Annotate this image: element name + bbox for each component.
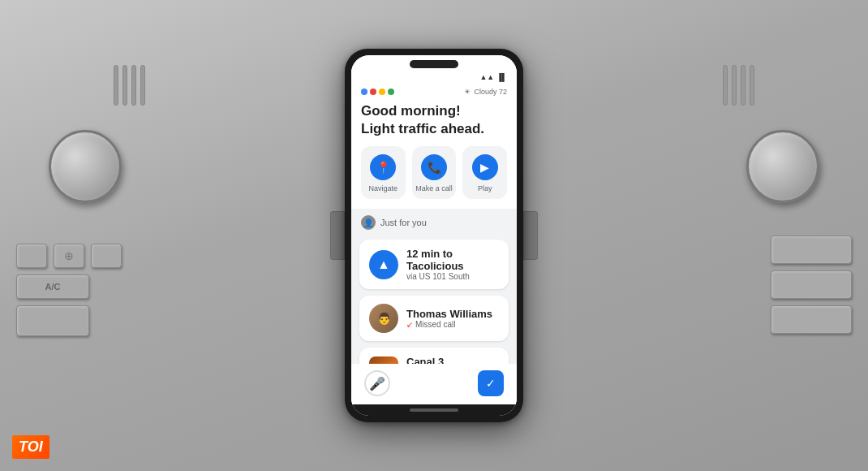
contact-avatar: 👨 (369, 304, 398, 333)
dot-red (370, 89, 376, 95)
status-bar: ▲▲ ▐▌ (351, 70, 517, 83)
phone-mount: ▲▲ ▐▌ ☀ Cloudy 72 (345, 49, 523, 422)
play-icon: ▶ (472, 154, 498, 180)
defrost-button[interactable] (16, 305, 89, 336)
left-dashboard-controls: ⊕ A/C (16, 244, 122, 336)
dot-green (388, 89, 394, 95)
contact-card[interactable]: 👨 Thomas Williams ↙ Missed call (359, 296, 509, 341)
weather-text: Cloudy 72 (474, 88, 507, 96)
mount-arm-left (330, 211, 345, 260)
action-buttons-row: 📍 Navigate 📞 Make a call ▶ Play (351, 146, 517, 209)
battery-icon: ▐▌ (496, 73, 507, 81)
assistant-bottom-bar: 🎤 ✓ (351, 364, 517, 404)
nav-card-subtitle: via US 101 South (406, 272, 499, 281)
phone-device: ▲▲ ▐▌ ☀ Cloudy 72 (345, 49, 523, 422)
right-ctrl-1[interactable] (771, 236, 852, 264)
phone-screen: ▲▲ ▐▌ ☀ Cloudy 72 (351, 70, 517, 404)
play-button[interactable]: ▶ Play (462, 146, 507, 199)
ac-button[interactable]: A/C (16, 274, 89, 299)
greeting-section: Good morning! Light traffic ahead. (351, 99, 517, 146)
user-avatar-small: 👤 (361, 215, 376, 230)
just-for-you-header: 👤 Just for you (359, 215, 509, 233)
navigation-card[interactable]: ▲ 12 min to Tacolicious via US 101 South (359, 240, 509, 289)
phone-icon: 📞 (421, 154, 447, 180)
fan-down-button[interactable] (16, 244, 47, 268)
dot-blue (361, 89, 367, 95)
dot-yellow (379, 89, 385, 95)
right-ctrl-3[interactable] (771, 305, 852, 334)
fan-up-button[interactable] (91, 244, 122, 268)
confirm-button[interactable]: ✓ (478, 370, 504, 396)
music-thumbnail (369, 356, 398, 364)
toi-watermark: TOI (12, 435, 49, 459)
phone-notch (351, 55, 517, 70)
missed-call-label: Missed call (415, 320, 455, 329)
contact-avatar-image: 👨 (369, 304, 398, 333)
phone-camera (410, 60, 458, 68)
missed-call-icon: ↙ (406, 320, 413, 329)
navigate-label: Navigate (369, 184, 398, 192)
play-label: Play (478, 184, 492, 192)
cards-section: 👤 Just for you ▲ 12 min to Tacolicious v… (351, 209, 517, 364)
microphone-button[interactable]: 🎤 (364, 370, 390, 396)
phone-home-bar (351, 404, 517, 416)
make-call-label: Make a call (415, 184, 453, 192)
right-dashboard-controls (771, 236, 852, 334)
google-logo (361, 89, 394, 95)
music-card[interactable]: Canal 3 Quincas Moreira ⏸ ⏭ (359, 348, 509, 364)
assistant-header: ☀ Cloudy 72 (351, 83, 517, 99)
make-call-button[interactable]: 📞 Make a call (412, 146, 457, 199)
music-info: Canal 3 Quincas Moreira (406, 356, 458, 364)
contact-name: Thomas Williams (406, 308, 492, 320)
contact-status: ↙ Missed call (406, 320, 492, 329)
greeting-line2: Light traffic ahead. (361, 120, 507, 138)
right-dashboard-knob (746, 130, 819, 203)
navigate-button[interactable]: 📍 Navigate (361, 146, 406, 199)
maps-nav-icon: ▲ (369, 250, 398, 279)
navigate-icon: 📍 (370, 154, 396, 180)
weather-display: ☀ Cloudy 72 (464, 88, 507, 96)
nav-card-text: 12 min to Tacolicious via US 101 South (406, 248, 499, 281)
contact-info: Thomas Williams ↙ Missed call (406, 308, 492, 329)
greeting-line1: Good morning! (361, 102, 507, 120)
sun-icon: ☀ (464, 88, 471, 96)
status-right: ▲▲ ▐▌ (479, 73, 507, 81)
left-dashboard-knob (49, 130, 122, 203)
mount-arm-right (523, 211, 538, 260)
right-ctrl-2[interactable] (771, 270, 852, 299)
right-vent (723, 65, 754, 106)
home-bar-line (410, 408, 458, 412)
signal-icon: ▲▲ (479, 73, 494, 81)
nav-card-title: 12 min to Tacolicious (406, 248, 499, 272)
just-for-you-label: Just for you (380, 218, 427, 227)
left-vent (114, 65, 145, 106)
music-title: Canal 3 (406, 356, 458, 364)
